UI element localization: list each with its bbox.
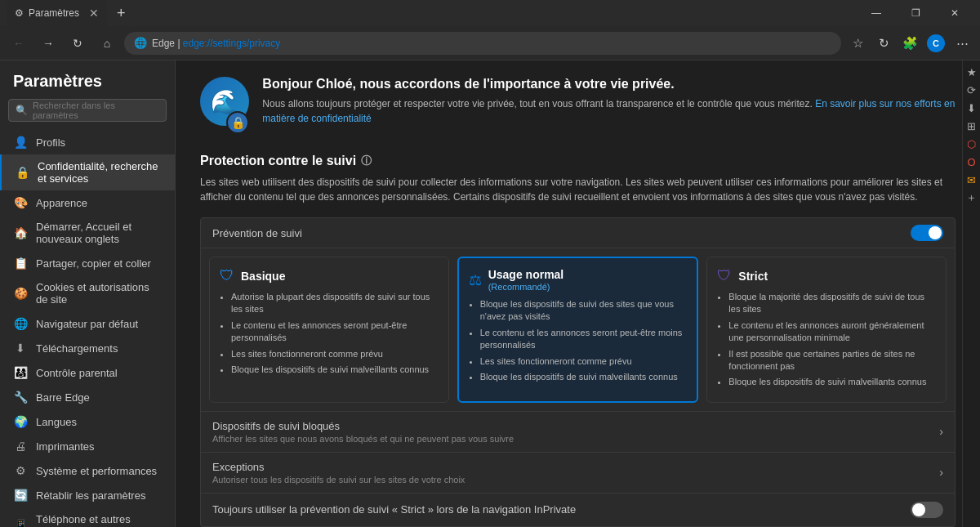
info-icon[interactable]: ⓘ bbox=[361, 154, 372, 168]
welcome-text: Bonjour Chloé, nous accordons de l'impor… bbox=[262, 77, 956, 126]
sidebar-item-imprimantes[interactable]: 🖨 Imprimantes bbox=[0, 434, 175, 458]
sidebar-item-telephone[interactable]: 📱 Téléphone et autres appareils bbox=[0, 507, 175, 527]
parental-icon: 👨‍👩‍👧 bbox=[13, 366, 28, 379]
sidebar-item-barre[interactable]: 🔧 Barre Edge bbox=[0, 385, 175, 409]
card-usage-normal[interactable]: ⚖ Usage normal (Recommandé) Bloque les d… bbox=[457, 257, 699, 403]
tracking-prevention-header: Prévention de suivi bbox=[200, 217, 956, 248]
tracking-section-title: Protection contre le suivi ⓘ bbox=[200, 154, 956, 168]
card-strict-point-3: Il est possible que certaines parties de… bbox=[728, 348, 936, 373]
favorites-icon[interactable]: ☆ bbox=[846, 32, 869, 55]
card-basique-header: 🛡 Basique bbox=[220, 267, 439, 284]
sidebar-item-demarrer[interactable]: 🏠 Démarrer, Accueil et nouveaux onglets bbox=[0, 215, 175, 251]
sidebar-item-label-confidentialite: Confidentialité, recherche et services bbox=[38, 160, 162, 185]
sidebar-search[interactable]: 🔍 Rechercher dans les paramètres bbox=[8, 99, 167, 122]
address-bar-input[interactable]: 🌐 Edge | edge://settings/privacy bbox=[124, 32, 841, 55]
card-basique-title: Basique bbox=[241, 270, 285, 283]
card-usage-icon: ⚖ bbox=[469, 271, 482, 289]
downloads-sidebar-icon[interactable]: ⬇ bbox=[964, 100, 980, 116]
profils-icon: 👤 bbox=[13, 136, 28, 149]
navigateur-icon: 🌐 bbox=[13, 317, 28, 330]
refresh-button[interactable]: ↻ bbox=[65, 31, 90, 56]
address-edge-label: Edge | edge://settings/privacy bbox=[152, 38, 831, 49]
card-strict-titles: Strict bbox=[738, 270, 768, 283]
edge-favicon: 🌐 bbox=[134, 37, 147, 49]
sidebar-item-telechargements[interactable]: ⬇ Téléchargements bbox=[0, 336, 175, 360]
sidebar-item-label-apparence: Apparence bbox=[36, 197, 87, 209]
prevention-toggle[interactable] bbox=[911, 225, 943, 241]
strict-inprivate-toggle[interactable] bbox=[911, 502, 943, 518]
card-usage-point-3: Les sites fonctionneront comme prévu bbox=[480, 355, 688, 368]
strict-inprivate-content: Toujours utiliser la prévention de suivi… bbox=[212, 503, 911, 516]
sidebar-item-retablir[interactable]: 🔄 Rétablir les paramètres bbox=[0, 483, 175, 507]
card-basique-point-1: Autorise la plupart des dispositifs de s… bbox=[231, 291, 439, 316]
sidebar-item-cookies[interactable]: 🍪 Cookies et autorisations de site bbox=[0, 275, 175, 311]
card-strict[interactable]: 🛡 Strict Bloque la majorité des disposit… bbox=[706, 257, 947, 403]
back-button[interactable]: ← bbox=[7, 31, 31, 56]
card-strict-point-2: Le contenu et les annonces auront généra… bbox=[728, 319, 936, 345]
search-icon: 🔍 bbox=[16, 105, 28, 116]
restore-button[interactable]: ❐ bbox=[897, 0, 934, 26]
sidebar-item-systeme[interactable]: ⚙ Système et performances bbox=[0, 458, 175, 483]
sidebar-title: Paramètres bbox=[0, 69, 175, 99]
sidebar-item-navigateur[interactable]: 🌐 Navigateur par défaut bbox=[0, 311, 175, 336]
active-tab[interactable]: ⚙ Paramètres ✕ bbox=[7, 0, 107, 26]
cookies-icon: 🍪 bbox=[13, 287, 28, 300]
user-avatar[interactable]: C bbox=[924, 32, 947, 55]
games-icon[interactable]: ⬡ bbox=[964, 136, 980, 152]
card-usage-list: Bloque les dispositifs de suivi des site… bbox=[469, 298, 688, 383]
card-basique-titles: Basique bbox=[241, 270, 285, 283]
minimize-button[interactable]: — bbox=[858, 0, 895, 26]
office-icon[interactable]: O bbox=[964, 154, 980, 170]
blocked-trackers-chevron: › bbox=[939, 425, 943, 438]
card-usage-subtitle: (Recommandé) bbox=[488, 282, 564, 292]
history-icon[interactable]: ⟳ bbox=[964, 82, 980, 98]
toolbar-right: ☆ ↻ 🧩 C ⋯ bbox=[846, 32, 973, 55]
tab-close-button[interactable]: ✕ bbox=[89, 7, 99, 20]
refresh-icon[interactable]: ↻ bbox=[872, 32, 895, 55]
sidebar-item-confidentialite[interactable]: 🔒 Confidentialité, recherche et services bbox=[0, 154, 175, 190]
address-bar: ← → ↻ ⌂ 🌐 Edge | edge://settings/privacy… bbox=[0, 26, 980, 60]
card-strict-title: Strict bbox=[738, 270, 768, 283]
blocked-trackers-desc: Afficher les sites que nous avons bloqué… bbox=[212, 434, 939, 444]
systeme-icon: ⚙ bbox=[13, 464, 28, 477]
edge-label: Edge bbox=[152, 38, 175, 49]
blocked-trackers-title: Dispositifs de suivi bloqués bbox=[212, 420, 939, 432]
sidebar: Paramètres 🔍 Rechercher dans les paramèt… bbox=[0, 60, 176, 527]
partager-icon: 📋 bbox=[13, 257, 28, 270]
blocked-trackers-row[interactable]: Dispositifs de suivi bloqués Afficher le… bbox=[200, 412, 956, 453]
exceptions-desc: Autoriser tous les dispositifs de suivi … bbox=[212, 475, 939, 485]
tab-favicon: ⚙ bbox=[15, 7, 24, 19]
forward-button[interactable]: → bbox=[36, 31, 60, 56]
main-layout: Paramètres 🔍 Rechercher dans les paramèt… bbox=[0, 60, 980, 527]
collections-icon[interactable]: ★ bbox=[964, 64, 980, 80]
title-bar: ⚙ Paramètres ✕ + — ❐ ✕ bbox=[0, 0, 980, 26]
sidebar-item-label-profils: Profils bbox=[36, 136, 65, 149]
card-strict-list: Bloque la majorité des dispositifs de su… bbox=[717, 291, 936, 389]
search-placeholder: Rechercher dans les paramètres bbox=[33, 100, 159, 120]
sidebar-item-partager[interactable]: 📋 Partager, copier et coller bbox=[0, 251, 175, 275]
sidebar-item-apparence[interactable]: 🎨 Apparence bbox=[0, 190, 175, 215]
apps-icon[interactable]: ⊞ bbox=[964, 118, 980, 134]
sidebar-item-langues[interactable]: 🌍 Langues bbox=[0, 409, 175, 434]
card-usage-titles: Usage normal (Recommandé) bbox=[488, 268, 564, 292]
sidebar-item-profils[interactable]: 👤 Profils bbox=[0, 130, 175, 154]
outlook-icon[interactable]: ✉ bbox=[964, 172, 980, 188]
exceptions-content: Exceptions Autoriser tous les dispositif… bbox=[212, 461, 939, 485]
exceptions-row[interactable]: Exceptions Autoriser tous les dispositif… bbox=[200, 453, 956, 494]
telephone-icon: 📱 bbox=[13, 519, 28, 527]
card-basique[interactable]: 🛡 Basique Autorise la plupart des dispos… bbox=[209, 257, 449, 403]
home-button[interactable]: ⌂ bbox=[95, 31, 119, 56]
extensions-icon[interactable]: 🧩 bbox=[898, 32, 921, 55]
new-tab-button[interactable]: + bbox=[112, 5, 131, 22]
sidebar-item-parental[interactable]: 👨‍👩‍👧 Contrôle parental bbox=[0, 360, 175, 385]
card-strict-icon: 🛡 bbox=[717, 267, 732, 284]
sidebar-item-label-demarrer: Démarrer, Accueil et nouveaux onglets bbox=[36, 221, 162, 245]
card-basique-icon: 🛡 bbox=[220, 267, 234, 284]
menu-icon[interactable]: ⋯ bbox=[951, 32, 973, 55]
telechargements-icon: ⬇ bbox=[13, 342, 28, 355]
demarrer-icon: 🏠 bbox=[13, 226, 28, 239]
add-sidebar-icon[interactable]: ＋ bbox=[964, 190, 980, 206]
sidebar-item-label-telephone: Téléphone et autres appareils bbox=[36, 513, 162, 527]
close-button[interactable]: ✕ bbox=[936, 0, 973, 26]
sidebar-item-label-systeme: Système et performances bbox=[36, 465, 157, 477]
